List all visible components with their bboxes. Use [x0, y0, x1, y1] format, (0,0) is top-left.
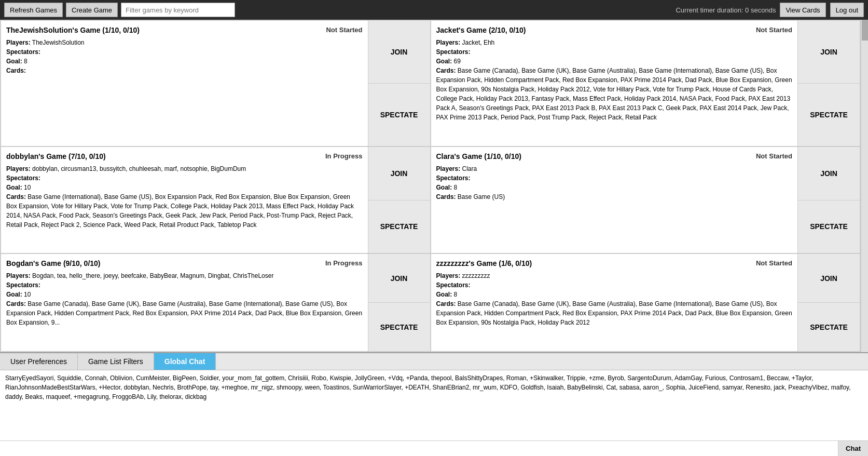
game-spectators: Spectators: — [6, 47, 363, 57]
game-card: Bogdan's Game (9/10, 0/10) In Progress P… — [1, 253, 431, 352]
game-actions: JOIN SPECTATE — [797, 147, 860, 253]
game-cards: Cards: — [6, 66, 363, 75]
game-title: TheJewishSolution's Game (1/10, 0/10) No… — [6, 25, 363, 36]
join-button[interactable]: JOIN — [368, 21, 430, 84]
game-spectators: Spectators: — [6, 280, 363, 290]
spectate-button[interactable]: SPECTATE — [798, 84, 860, 146]
game-info: dobbylan's Game (7/10, 0/10) In Progress… — [1, 147, 368, 253]
spectate-button[interactable]: SPECTATE — [368, 84, 430, 146]
join-button[interactable]: JOIN — [368, 254, 430, 303]
game-actions: JOIN SPECTATE — [797, 21, 860, 146]
game-spectators: Spectators: — [436, 47, 793, 57]
game-spectators: Spectators: — [436, 173, 793, 183]
game-status: Not Started — [326, 25, 362, 35]
spectate-button[interactable]: SPECTATE — [368, 200, 430, 253]
game-info: Jacket's Game (2/10, 0/10) Not Started P… — [431, 21, 798, 146]
game-status: In Progress — [325, 258, 363, 269]
chat-input-row: Chat — [0, 440, 868, 456]
spectate-button[interactable]: SPECTATE — [798, 200, 860, 253]
scrollbar-thumb[interactable] — [862, 20, 868, 41]
game-actions: JOIN SPECTATE — [797, 254, 860, 351]
main-content: TheJewishSolution's Game (1/10, 0/10) No… — [0, 20, 868, 352]
join-button[interactable]: JOIN — [798, 147, 860, 200]
game-title: Clara's Game (1/10, 0/10) Not Started — [436, 151, 793, 162]
chat-input[interactable] — [0, 441, 838, 456]
game-status: Not Started — [756, 151, 792, 162]
game-cards: Cards: Base Game (Canada), Base Game (UK… — [436, 66, 793, 122]
game-status: Not Started — [756, 258, 792, 269]
game-goal: Goal: 8 — [436, 290, 793, 299]
game-players: Players: zzzzzzzzz — [436, 271, 793, 280]
game-info: zzzzzzzzz's Game (1/6, 0/10) Not Started… — [431, 254, 798, 351]
game-players: Players: TheJewishSolution — [6, 38, 363, 47]
game-spectators: Spectators: — [6, 173, 363, 183]
game-card: Clara's Game (1/10, 0/10) Not Started Pl… — [431, 146, 861, 254]
game-players: Players: Bogdan, tea, hello_there, joeyy… — [6, 271, 363, 280]
join-button[interactable]: JOIN — [798, 21, 860, 84]
join-button[interactable]: JOIN — [798, 254, 860, 303]
game-players: Players: Jacket, Ehh — [436, 38, 793, 47]
create-game-button[interactable]: Create Game — [66, 3, 118, 17]
game-title: Jacket's Game (2/10, 0/10) Not Started — [436, 25, 793, 36]
game-title: Bogdan's Game (9/10, 0/10) In Progress — [6, 258, 363, 269]
chat-content: StarryEyedSayori, Squiddie, Connah, Obli… — [0, 370, 868, 440]
game-info: TheJewishSolution's Game (1/10, 0/10) No… — [1, 21, 368, 146]
spectate-button[interactable]: SPECTATE — [368, 303, 430, 351]
game-title: zzzzzzzzz's Game (1/6, 0/10) Not Started — [436, 258, 793, 269]
join-button[interactable]: JOIN — [368, 147, 430, 200]
logout-button[interactable]: Log out — [830, 3, 864, 17]
game-cards: Cards: Base Game (Canada), Base Game (UK… — [6, 299, 363, 327]
game-actions: JOIN SPECTATE — [368, 21, 430, 146]
game-card: zzzzzzzzz's Game (1/6, 0/10) Not Started… — [431, 253, 861, 352]
view-cards-button[interactable]: View Cards — [780, 3, 825, 17]
game-goal: Goal: 8 — [6, 57, 363, 66]
game-spectators: Spectators: — [436, 280, 793, 290]
game-title: dobbylan's Game (7/10, 0/10) In Progress — [6, 151, 363, 162]
game-cards: Cards: Base Game (Canada), Base Game (UK… — [436, 299, 793, 327]
games-grid: TheJewishSolution's Game (1/10, 0/10) No… — [0, 20, 861, 352]
game-card: Jacket's Game (2/10, 0/10) Not Started P… — [431, 20, 861, 146]
game-status: In Progress — [325, 151, 363, 162]
chat-send-button[interactable]: Chat — [838, 441, 868, 456]
game-cards: Cards: Base Game (International), Base G… — [6, 192, 363, 230]
game-status: Not Started — [756, 25, 792, 35]
spectate-button[interactable]: SPECTATE — [798, 303, 860, 351]
game-cards: Cards: Base Game (US) — [436, 192, 793, 202]
game-card: TheJewishSolution's Game (1/10, 0/10) No… — [1, 20, 431, 146]
refresh-games-button[interactable]: Refresh Games — [4, 3, 63, 17]
timer-text: Current timer duration: 0 seconds — [676, 6, 776, 14]
game-actions: JOIN SPECTATE — [368, 147, 430, 253]
tab-global-chat[interactable]: Global Chat — [154, 353, 216, 370]
header-right: Current timer duration: 0 seconds View C… — [676, 3, 864, 17]
game-card: dobbylan's Game (7/10, 0/10) In Progress… — [1, 146, 431, 254]
game-goal: Goal: 8 — [436, 183, 793, 192]
bottom-panel: User Preferences Game List Filters Globa… — [0, 352, 868, 456]
filter-input[interactable] — [121, 3, 235, 17]
tab-user-preferences[interactable]: User Preferences — [0, 353, 78, 370]
header: Refresh Games Create Game Current timer … — [0, 0, 868, 20]
chat-messages: StarryEyedSayori, Squiddie, Connah, Obli… — [5, 374, 851, 400]
game-info: Clara's Game (1/10, 0/10) Not Started Pl… — [431, 147, 798, 253]
game-players: Players: dobbylan, circusman13, bussyitc… — [6, 164, 363, 173]
tab-game-list-filters[interactable]: Game List Filters — [78, 353, 154, 370]
scrollbar[interactable] — [861, 20, 868, 352]
game-goal: Goal: 10 — [6, 290, 363, 299]
game-players: Players: Clara — [436, 164, 793, 173]
game-info: Bogdan's Game (9/10, 0/10) In Progress P… — [1, 254, 368, 351]
game-goal: Goal: 69 — [436, 57, 793, 66]
tab-bar: User Preferences Game List Filters Globa… — [0, 353, 868, 370]
game-actions: JOIN SPECTATE — [368, 254, 430, 351]
game-goal: Goal: 10 — [6, 183, 363, 192]
